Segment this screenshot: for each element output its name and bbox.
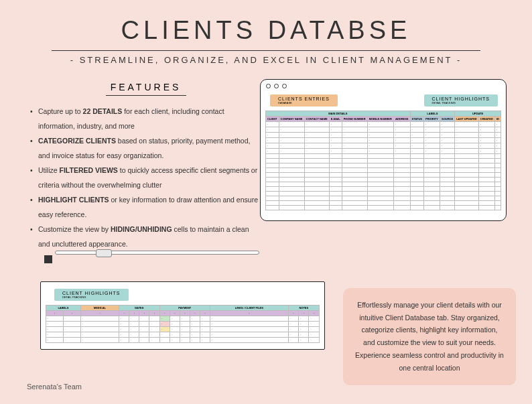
features-panel: FEATURES Capture up to 22 DETAILS for ea… [30, 82, 261, 251]
feature-item: Utilize FILTERED VIEWS to quickly access… [30, 163, 261, 192]
feature-item: Capture up to 22 DETAILS for each client… [30, 104, 261, 133]
features-heading: FEATURES [30, 82, 261, 92]
spreadsheet-table-bottom: LABELSMEDICALDATESPAYMENTLINKS / CLIENT … [46, 305, 320, 343]
spreadsheet-preview-bottom: CLIENT HIGHLIGHTSDETAIL TRACKING LABELSM… [40, 281, 325, 350]
feature-item: CATEGORIZE CLIENTS based on status, prio… [30, 133, 261, 163]
minimize-icon [274, 84, 279, 88]
spreadsheet-preview-main: CLIENTS ENTRIESDATABASE CLIENT HIGHLIGHT… [260, 79, 507, 221]
promo-text: Effortlessly manage your client details … [343, 288, 516, 385]
footer-credit: Serenata's Team [27, 383, 82, 391]
badge-client-highlights: CLIENT HIGHLIGHTSDETAIL TRACKING [54, 289, 129, 301]
page-subtitle: - STREAMLINE, ORGANIZE, AND EXCEL IN CLI… [0, 55, 532, 65]
feature-item: HIGHLIGHT CLIENTS or key information to … [30, 192, 261, 222]
badge-client-highlights: CLIENT HIGHLIGHTSDETAIL TRACKING [424, 94, 498, 107]
close-icon [266, 84, 271, 88]
hide-toggle-icon [44, 255, 52, 263]
divider [52, 50, 480, 51]
features-list: Capture up to 22 DETAILS for each client… [30, 104, 261, 251]
page-title: CLIENTS DATABSE [0, 0, 532, 45]
maximize-icon [282, 84, 287, 88]
window-controls [261, 80, 506, 92]
feature-item: Customize the view by HIDING/UNHIDING ce… [30, 222, 261, 251]
hide-slider[interactable] [55, 251, 259, 255]
divider [106, 95, 186, 96]
badge-clients-entries: CLIENTS ENTRIESDATABASE [270, 94, 338, 107]
spreadsheet-table: MAIN DETAILSLABELSUPDATE CLIENTCOMPANY N… [265, 111, 501, 210]
